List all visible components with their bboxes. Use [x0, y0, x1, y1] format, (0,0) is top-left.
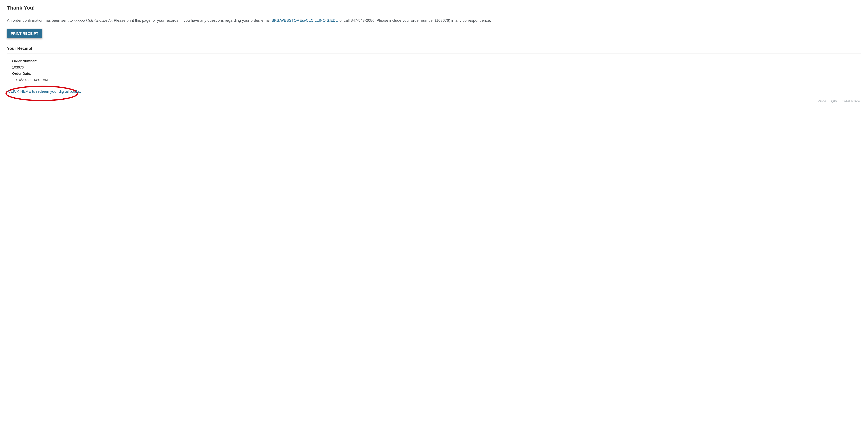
col-total-price: Total Price	[842, 99, 860, 103]
col-qty: Qty	[831, 99, 837, 103]
receipt-details: Order Number: 103676 Order Date: 11/14/2…	[12, 58, 861, 83]
page-title: Thank You!	[7, 5, 861, 11]
order-date-value: 11/14/2022 9:14:01 AM	[12, 77, 861, 83]
support-email-link[interactable]: BKS.WEBSTORE@CLCILLINOIS.EDU	[272, 18, 338, 23]
col-price: Price	[818, 99, 826, 103]
confirmation-intro: An order confirmation has been sent to	[7, 18, 74, 23]
print-receipt-button[interactable]: PRINT RECEIPT	[7, 29, 42, 38]
item-table-header: Price Qty Total Price	[7, 99, 861, 103]
masked-email: xxxxxx@clcillinois.edu	[74, 18, 112, 23]
receipt-heading: Your Receipt	[7, 46, 861, 51]
confirmation-after-email: . Please print this page for your record…	[112, 18, 272, 23]
order-number-value: 103676	[12, 64, 861, 70]
confirmation-after-support: or call 847-543-2086. Please include you…	[338, 18, 491, 23]
redeem-digital-books-link[interactable]: CLICK HERE to redeem your digital books.	[8, 89, 81, 94]
redeem-annotation-wrap: CLICK HERE to redeem your digital books.	[7, 86, 88, 99]
receipt-divider	[7, 53, 861, 54]
confirmation-paragraph: An order confirmation has been sent to x…	[7, 17, 861, 24]
order-date-label: Order Date:	[12, 70, 861, 77]
order-number-label: Order Number:	[12, 58, 861, 64]
